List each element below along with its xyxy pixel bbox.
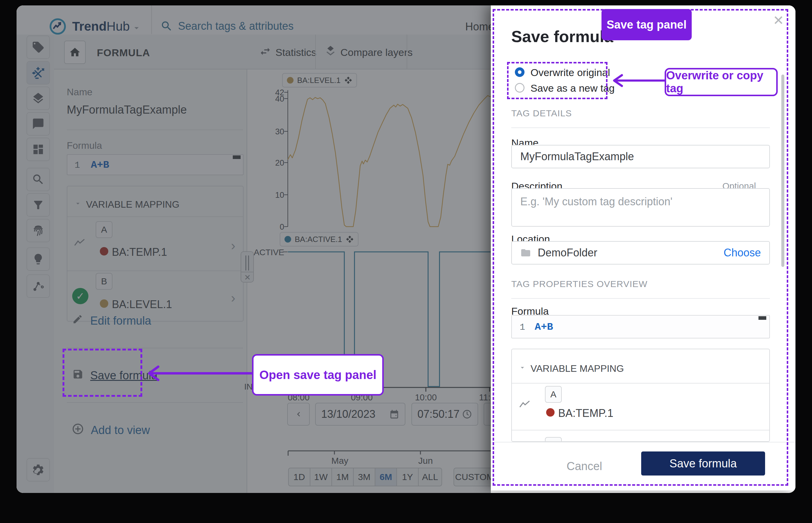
time-value: 07:50:17 [418,408,460,420]
search-icon [32,173,45,186]
legend-label: BA:ACTIVE.1 [295,235,342,244]
annotation-arrow-overwrite [610,69,667,92]
sidebar-item-settings[interactable] [27,458,50,482]
close-icon[interactable]: ✕ [773,13,784,28]
range-6m-selected[interactable]: 6M [375,468,397,486]
save-icon [72,368,84,380]
variable-mapping-header[interactable]: VARIABLE MAPPING [86,199,179,210]
editor-scrollbar[interactable] [233,156,241,159]
range-all[interactable]: ALL [418,468,442,486]
range-1m[interactable]: 1M [331,468,354,486]
sidebar-item-filter[interactable] [27,193,50,217]
home-button[interactable] [64,40,86,64]
variable-key-badge: A [545,386,562,403]
tag-icon [32,40,45,54]
save-panel-title: Save formula [511,27,613,46]
tag-color-dot [100,247,108,255]
panel-splitter[interactable]: ✕ [241,251,254,283]
folder-icon [520,247,531,258]
date-picker[interactable]: 13/10/2023 [315,403,405,426]
move-icon[interactable] [346,235,354,243]
sidebar-item-model[interactable] [27,274,50,298]
legend-dot [284,236,291,242]
y-tick: 40 [263,94,284,104]
choose-location-link[interactable]: Choose [724,247,761,259]
edit-formula-link[interactable]: Edit formula [90,314,151,327]
model-graph-icon [32,279,45,293]
tab-statistics[interactable]: Statistics [276,47,316,58]
swap-arrows-icon [259,46,271,57]
radio-save-new-tag[interactable] [515,83,525,93]
chevron-right-icon[interactable]: › [231,293,235,302]
variable-row-b[interactable]: ✓ B BA:LEVEL.1 › [67,271,244,322]
variable-row-a[interactable]: A BA:TEMP.1 › [67,216,244,271]
collapse-caret-icon[interactable] [518,364,526,372]
sidebar-item-search[interactable] [27,168,50,191]
sidebar-item-formula[interactable] [27,61,50,85]
y-tick: 0 [263,222,284,232]
legend-chip-active[interactable]: BA:ACTIVE.1 [280,232,358,247]
annotation-badge-save-tag-panel: Save tag panel [601,9,692,40]
range-1w[interactable]: 1W [310,468,332,486]
formula-line-number: 1 [75,160,80,170]
variable-tag-name: BA:TEMP.1 [558,407,613,420]
y-tick: 30 [263,127,284,137]
sidebar-item-dashboards[interactable] [27,138,50,161]
add-to-view-link[interactable]: Add to view [91,424,150,437]
trendhub-logo-icon [49,18,67,35]
home-icon [69,46,81,58]
formula-label: Formula [67,140,102,151]
radio-overwrite-label[interactable]: Overwrite original [530,67,610,78]
sidebar-item-layers[interactable] [27,87,50,110]
date-value: 13/10/2023 [321,408,375,420]
radio-overwrite-original[interactable] [515,67,525,77]
panel-scrollbar[interactable] [781,74,784,267]
tag-color-dot [100,300,108,308]
brand-name[interactable]: TrendHub [72,19,130,34]
variable-key-badge: A [95,221,112,238]
close-panel-icon[interactable]: ✕ [244,273,251,282]
tab-compare-layers[interactable]: Compare layers [340,47,412,58]
sidebar-item-comments[interactable] [27,112,50,136]
variable-mapping-header[interactable]: VARIABLE MAPPING [530,363,624,374]
variable-key-badge: B [545,437,562,442]
time-picker[interactable]: 07:50:17 [411,403,478,426]
save-tag-panel: ✕ Save formula Overwrite original Save a… [491,5,795,490]
annotation-callout-open-save: Open save tag panel [252,354,384,396]
collapse-caret-icon[interactable] [74,200,82,208]
formula-editor[interactable]: 1 A+B [67,154,244,175]
variable-tag-name: BA:TEMP.1 [112,246,167,258]
panel-formula-editor[interactable]: 1 A+B [511,315,770,339]
variable-key-badge: B [95,273,112,290]
add-circle-icon [72,422,84,435]
calendar-icon [389,409,400,419]
save-formula-button[interactable]: Save formula [641,451,765,475]
tag-description-textarea[interactable] [511,188,770,227]
move-icon[interactable] [345,76,352,84]
timeframe-back-button[interactable] [287,403,310,426]
range-1d[interactable]: 1D [288,468,311,486]
chevron-right-icon[interactable]: › [231,241,235,250]
legend-chip-level[interactable]: BA:LEVEL.1 [282,73,357,88]
tag-name-input[interactable] [511,145,770,168]
brand-caret-down-icon[interactable] [131,23,142,33]
radio-new-tag-label[interactable]: Save as a new tag [530,83,615,94]
location-value: DemoFolder [538,247,597,259]
sidebar-item-tags[interactable] [27,35,50,59]
editor-scrollbar[interactable] [758,316,766,320]
legend-label: BA:LEVEL.1 [297,76,341,85]
range-1y[interactable]: 1Y [396,468,419,486]
sidebar-item-ideas[interactable] [27,247,50,271]
name-label: Name [67,87,92,98]
search-input[interactable] [177,20,347,33]
location-field: DemoFolder Choose [511,241,770,265]
nav-home[interactable]: Home [465,20,494,33]
range-3m[interactable]: 3M [353,468,375,486]
brand-trend: Trend [72,19,106,33]
sidebar-item-fingerprint[interactable] [27,219,50,242]
compare-layers-icon [324,45,337,57]
cancel-button[interactable]: Cancel [567,460,602,473]
formula-line-number: 1 [520,322,525,332]
formula-code: A+B [91,159,109,171]
x-tick: 10:00 [405,393,447,402]
